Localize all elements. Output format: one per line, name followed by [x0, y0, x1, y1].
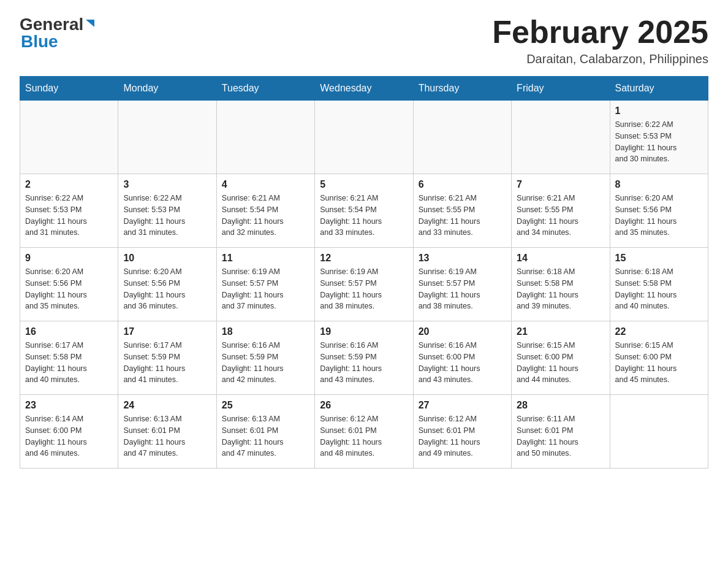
- title-area: February 2025 Daraitan, Calabarzon, Phil…: [492, 15, 708, 66]
- day-info: Sunrise: 6:16 AMSunset: 5:59 PMDaylight:…: [320, 340, 408, 386]
- calendar-header-row: Sunday Monday Tuesday Wednesday Thursday…: [20, 77, 708, 101]
- day-info: Sunrise: 6:21 AMSunset: 5:55 PMDaylight:…: [419, 193, 506, 239]
- day-number: 9: [25, 253, 113, 264]
- day-info: Sunrise: 6:20 AMSunset: 5:56 PMDaylight:…: [615, 193, 703, 239]
- day-number: 23: [25, 400, 113, 411]
- day-number: 19: [320, 326, 408, 337]
- day-number: 22: [615, 326, 703, 337]
- col-wednesday: Wednesday: [315, 77, 413, 101]
- calendar-day-cell: 10Sunrise: 6:20 AMSunset: 5:56 PMDayligh…: [118, 248, 216, 321]
- calendar-day-cell: 26Sunrise: 6:12 AMSunset: 6:01 PMDayligh…: [315, 395, 413, 469]
- day-number: 28: [517, 400, 604, 411]
- day-number: 2: [25, 179, 113, 190]
- calendar-day-cell: 5Sunrise: 6:21 AMSunset: 5:54 PMDaylight…: [315, 174, 413, 248]
- calendar-day-cell: 23Sunrise: 6:14 AMSunset: 6:00 PMDayligh…: [20, 395, 118, 469]
- logo: General Blue: [20, 15, 96, 52]
- calendar-day-cell: 21Sunrise: 6:15 AMSunset: 6:00 PMDayligh…: [512, 321, 610, 395]
- calendar-day-cell: 16Sunrise: 6:17 AMSunset: 5:58 PMDayligh…: [20, 321, 118, 395]
- logo-arrow-icon: [85, 18, 96, 32]
- calendar-day-cell: 15Sunrise: 6:18 AMSunset: 5:58 PMDayligh…: [610, 248, 708, 321]
- day-number: 16: [25, 326, 113, 337]
- day-info: Sunrise: 6:21 AMSunset: 5:54 PMDaylight:…: [222, 193, 309, 239]
- day-number: 21: [517, 326, 604, 337]
- calendar-day-cell: 27Sunrise: 6:12 AMSunset: 6:01 PMDayligh…: [413, 395, 511, 469]
- day-info: Sunrise: 6:20 AMSunset: 5:56 PMDaylight:…: [123, 266, 211, 312]
- calendar-day-cell: [216, 101, 314, 174]
- calendar-day-cell: 3Sunrise: 6:22 AMSunset: 5:53 PMDaylight…: [118, 174, 216, 248]
- location-text: Daraitan, Calabarzon, Philippines: [492, 52, 708, 66]
- day-number: 27: [419, 400, 506, 411]
- day-number: 4: [222, 179, 309, 190]
- day-info: Sunrise: 6:18 AMSunset: 5:58 PMDaylight:…: [517, 266, 604, 312]
- day-number: 12: [320, 253, 408, 264]
- day-info: Sunrise: 6:15 AMSunset: 6:00 PMDaylight:…: [615, 340, 703, 386]
- day-number: 17: [123, 326, 211, 337]
- day-number: 13: [419, 253, 506, 264]
- calendar-day-cell: 11Sunrise: 6:19 AMSunset: 5:57 PMDayligh…: [216, 248, 314, 321]
- day-info: Sunrise: 6:21 AMSunset: 5:54 PMDaylight:…: [320, 193, 408, 239]
- calendar-day-cell: 1Sunrise: 6:22 AMSunset: 5:53 PMDaylight…: [610, 101, 708, 174]
- calendar-day-cell: 24Sunrise: 6:13 AMSunset: 6:01 PMDayligh…: [118, 395, 216, 469]
- day-number: 6: [419, 179, 506, 190]
- calendar-day-cell: 22Sunrise: 6:15 AMSunset: 6:00 PMDayligh…: [610, 321, 708, 395]
- day-info: Sunrise: 6:17 AMSunset: 5:58 PMDaylight:…: [25, 340, 113, 386]
- day-info: Sunrise: 6:16 AMSunset: 6:00 PMDaylight:…: [419, 340, 506, 386]
- day-info: Sunrise: 6:14 AMSunset: 6:00 PMDaylight:…: [25, 413, 113, 459]
- calendar-day-cell: [413, 101, 511, 174]
- calendar-day-cell: 25Sunrise: 6:13 AMSunset: 6:01 PMDayligh…: [216, 395, 314, 469]
- calendar-week-row: 2Sunrise: 6:22 AMSunset: 5:53 PMDaylight…: [20, 174, 708, 248]
- day-number: 10: [123, 253, 211, 264]
- day-number: 26: [320, 400, 408, 411]
- day-info: Sunrise: 6:19 AMSunset: 5:57 PMDaylight:…: [419, 266, 506, 312]
- calendar-day-cell: 19Sunrise: 6:16 AMSunset: 5:59 PMDayligh…: [315, 321, 413, 395]
- day-number: 18: [222, 326, 309, 337]
- calendar-day-cell: 6Sunrise: 6:21 AMSunset: 5:55 PMDaylight…: [413, 174, 511, 248]
- day-info: Sunrise: 6:19 AMSunset: 5:57 PMDaylight:…: [222, 266, 309, 312]
- calendar-day-cell: [315, 101, 413, 174]
- calendar-day-cell: 13Sunrise: 6:19 AMSunset: 5:57 PMDayligh…: [413, 248, 511, 321]
- day-info: Sunrise: 6:12 AMSunset: 6:01 PMDaylight:…: [320, 413, 408, 459]
- day-info: Sunrise: 6:22 AMSunset: 5:53 PMDaylight:…: [25, 193, 113, 239]
- day-info: Sunrise: 6:12 AMSunset: 6:01 PMDaylight:…: [419, 413, 506, 459]
- day-info: Sunrise: 6:18 AMSunset: 5:58 PMDaylight:…: [615, 266, 703, 312]
- day-number: 24: [123, 400, 211, 411]
- col-sunday: Sunday: [20, 77, 118, 101]
- day-info: Sunrise: 6:11 AMSunset: 6:01 PMDaylight:…: [517, 413, 604, 459]
- day-number: 7: [517, 179, 604, 190]
- day-number: 5: [320, 179, 408, 190]
- col-monday: Monday: [118, 77, 216, 101]
- calendar-week-row: 1Sunrise: 6:22 AMSunset: 5:53 PMDaylight…: [20, 101, 708, 174]
- calendar-week-row: 23Sunrise: 6:14 AMSunset: 6:00 PMDayligh…: [20, 395, 708, 469]
- calendar-day-cell: [20, 101, 118, 174]
- day-info: Sunrise: 6:15 AMSunset: 6:00 PMDaylight:…: [517, 340, 604, 386]
- day-info: Sunrise: 6:22 AMSunset: 5:53 PMDaylight:…: [615, 119, 703, 165]
- calendar-day-cell: 14Sunrise: 6:18 AMSunset: 5:58 PMDayligh…: [512, 248, 610, 321]
- calendar-day-cell: 18Sunrise: 6:16 AMSunset: 5:59 PMDayligh…: [216, 321, 314, 395]
- col-thursday: Thursday: [413, 77, 511, 101]
- day-info: Sunrise: 6:16 AMSunset: 5:59 PMDaylight:…: [222, 340, 309, 386]
- calendar-week-row: 16Sunrise: 6:17 AMSunset: 5:58 PMDayligh…: [20, 321, 708, 395]
- page-header: General Blue February 2025 Daraitan, Cal…: [20, 15, 708, 66]
- day-number: 1: [615, 105, 703, 117]
- calendar-day-cell: 2Sunrise: 6:22 AMSunset: 5:53 PMDaylight…: [20, 174, 118, 248]
- calendar-day-cell: [610, 395, 708, 469]
- calendar-day-cell: 12Sunrise: 6:19 AMSunset: 5:57 PMDayligh…: [315, 248, 413, 321]
- calendar-week-row: 9Sunrise: 6:20 AMSunset: 5:56 PMDaylight…: [20, 248, 708, 321]
- calendar-day-cell: 28Sunrise: 6:11 AMSunset: 6:01 PMDayligh…: [512, 395, 610, 469]
- month-title: February 2025: [492, 15, 708, 50]
- calendar-day-cell: 8Sunrise: 6:20 AMSunset: 5:56 PMDaylight…: [610, 174, 708, 248]
- col-saturday: Saturday: [610, 77, 708, 101]
- day-info: Sunrise: 6:17 AMSunset: 5:59 PMDaylight:…: [123, 340, 211, 386]
- calendar-day-cell: [512, 101, 610, 174]
- calendar-table: Sunday Monday Tuesday Wednesday Thursday…: [20, 76, 708, 469]
- day-info: Sunrise: 6:20 AMSunset: 5:56 PMDaylight:…: [25, 266, 113, 312]
- calendar-day-cell: 20Sunrise: 6:16 AMSunset: 6:00 PMDayligh…: [413, 321, 511, 395]
- col-tuesday: Tuesday: [216, 77, 314, 101]
- col-friday: Friday: [512, 77, 610, 101]
- day-number: 15: [615, 253, 703, 264]
- day-info: Sunrise: 6:22 AMSunset: 5:53 PMDaylight:…: [123, 193, 211, 239]
- day-info: Sunrise: 6:21 AMSunset: 5:55 PMDaylight:…: [517, 193, 604, 239]
- calendar-day-cell: 4Sunrise: 6:21 AMSunset: 5:54 PMDaylight…: [216, 174, 314, 248]
- day-number: 8: [615, 179, 703, 190]
- day-info: Sunrise: 6:19 AMSunset: 5:57 PMDaylight:…: [320, 266, 408, 312]
